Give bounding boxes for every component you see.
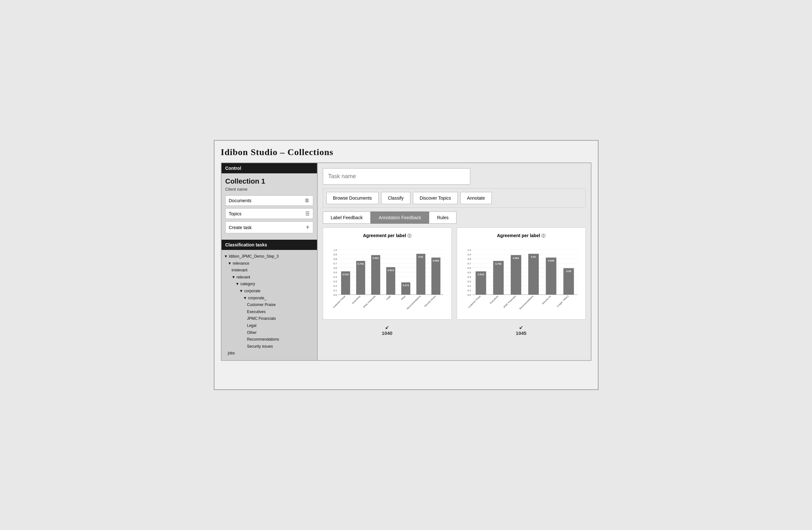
svg-text:0.3: 0.3 <box>333 280 337 283</box>
svg-text:0.91: 0.91 <box>531 255 536 258</box>
svg-text:0.826: 0.826 <box>433 259 439 262</box>
svg-text:0.881: 0.881 <box>512 257 519 260</box>
svg-text:0.2: 0.2 <box>467 284 471 288</box>
feedback-tab-button[interactable]: Annotation Feedback <box>371 211 429 224</box>
main-content: Browse DocumentsClassifyDiscover TopicsA… <box>318 163 591 360</box>
svg-text:Recommendations: Recommendations <box>519 295 534 310</box>
svg-text:Recommendations: Recommendations <box>406 295 421 310</box>
main-tab-button[interactable]: Annotate <box>460 192 492 204</box>
svg-text:0.7: 0.7 <box>467 262 471 265</box>
chart1-container: Agreement per label ⓘ 0.00.10.20.30.40.5… <box>323 227 452 320</box>
create-task-button[interactable]: Create task + <box>226 221 313 233</box>
chart2-svg: 0.00.10.20.30.40.50.60.70.80.91.00.519Cu… <box>462 242 580 313</box>
tree-item[interactable]: ▼ category <box>224 281 315 288</box>
task-name-input[interactable] <box>323 168 470 185</box>
documents-icon: 🗎 <box>305 198 310 204</box>
svg-text:0.752: 0.752 <box>495 262 502 265</box>
create-task-label: Create task <box>229 225 252 230</box>
svg-text:0.1: 0.1 <box>333 289 337 292</box>
svg-text:0.0: 0.0 <box>467 294 471 296</box>
svg-text:0.1: 0.1 <box>467 289 471 292</box>
svg-text:Executives: Executives <box>489 295 498 304</box>
chart2-container: Agreement per label ⓘ 0.00.10.20.30.40.5… <box>457 227 586 320</box>
tree-item[interactable]: Customer Praise <box>224 301 315 309</box>
svg-text:0.91: 0.91 <box>418 255 423 258</box>
collection-title: Collection 1 <box>226 177 313 186</box>
chart2-arrow: ↙ <box>457 325 586 330</box>
svg-text:0.3: 0.3 <box>467 280 471 283</box>
tree-item[interactable]: irrelevant <box>224 267 315 274</box>
svg-text:0.0: 0.0 <box>333 294 337 296</box>
content-area: Control Collection 1 Client name Documen… <box>221 162 592 361</box>
svg-rect-41 <box>431 257 440 295</box>
main-tab-button[interactable]: Discover Topics <box>413 192 458 204</box>
tree-area: ▼ Idibon_JPMC_Demo_Step_3▼ relevanceirre… <box>221 250 317 360</box>
sidebar: Control Collection 1 Client name Documen… <box>221 163 318 360</box>
client-name-label: Client name <box>226 187 313 192</box>
svg-text:JPMC Financials: JPMC Financials <box>503 295 516 308</box>
tree-item[interactable]: Recommendations <box>224 336 315 343</box>
svg-text:0.59: 0.59 <box>566 270 571 273</box>
chart2-number-label: 1045 <box>457 330 586 336</box>
chart1-svg: 0.00.10.20.30.40.50.60.70.80.91.00.519Cu… <box>328 242 446 313</box>
feedback-tab-button[interactable]: Rules <box>429 211 456 224</box>
feedback-tab-button[interactable]: Label Feedback <box>323 211 371 224</box>
svg-text:1.0: 1.0 <box>333 249 337 252</box>
svg-text:0.6: 0.6 <box>333 267 337 269</box>
arrow-label-row: ↙ 1040 ↙ 1045 <box>323 325 586 336</box>
svg-text:0.5: 0.5 <box>333 271 337 274</box>
svg-text:0.9: 0.9 <box>467 253 471 256</box>
tree-item[interactable]: JPMC Financials <box>224 315 315 322</box>
svg-text:0.7: 0.7 <box>333 262 337 265</box>
svg-text:0.4: 0.4 <box>333 276 337 278</box>
classification-tasks-header: Classification tasks <box>221 240 317 250</box>
tree-item[interactable]: ▼ relevant <box>224 274 315 281</box>
svg-text:1.0: 1.0 <box>467 249 471 252</box>
chart2-title-text: Agreement per label <box>497 233 540 238</box>
tree-item[interactable]: jobs <box>224 350 315 357</box>
svg-text:0.2: 0.2 <box>333 284 337 288</box>
svg-text:0.826: 0.826 <box>548 259 554 262</box>
svg-text:0.4: 0.4 <box>467 276 471 278</box>
charts-row: Agreement per label ⓘ 0.00.10.20.30.40.5… <box>323 227 586 320</box>
svg-text:Customer Praise: Customer Praise <box>332 295 346 309</box>
chart1-title-text: Agreement per label <box>363 233 406 238</box>
svg-text:0.519: 0.519 <box>478 273 484 276</box>
collection-area: Collection 1 Client name Documents 🗎 Top… <box>221 173 317 240</box>
svg-rect-38 <box>416 254 425 295</box>
svg-text:Security Iss: Security Iss <box>541 295 552 305</box>
tree-item[interactable]: Executives <box>224 309 315 315</box>
svg-text:0.613: 0.613 <box>388 269 394 272</box>
svg-text:0.5: 0.5 <box>467 271 471 274</box>
tree-item[interactable]: ▼ relevance <box>224 260 315 267</box>
documents-button[interactable]: Documents 🗎 <box>226 195 313 206</box>
tree-item[interactable]: Other <box>224 329 315 337</box>
svg-text:['Legal', 'Other']: ['Legal', 'Other'] <box>556 295 569 308</box>
svg-rect-26 <box>356 261 365 294</box>
chart1-svg-wrapper: 0.00.10.20.30.40.50.60.70.80.91.00.519Cu… <box>328 242 446 314</box>
tree-item[interactable]: ▼ Idibon_JPMC_Demo_Step_3 <box>224 253 315 260</box>
tree-item[interactable]: ▼ corporate <box>224 288 315 295</box>
chart2-info-icon: ⓘ <box>541 234 545 238</box>
chart1-arrow: ↙ <box>323 325 452 330</box>
main-tab-button[interactable]: Classify <box>381 192 410 204</box>
feedback-tabs: Label FeedbackAnnotation FeedbackRules <box>323 211 586 224</box>
chart1-title: Agreement per label ⓘ <box>328 233 446 239</box>
chart1-info-icon: ⓘ <box>407 234 411 238</box>
main-tab-button[interactable]: Browse Documents <box>327 192 379 204</box>
tree-item[interactable]: Security issues <box>224 343 315 350</box>
chart1-number-label: 1040 <box>323 330 452 336</box>
main-container: Idibon Studio – Collections Control Coll… <box>214 140 598 390</box>
svg-text:Other: Other <box>401 295 406 300</box>
svg-rect-29 <box>371 255 380 295</box>
tree-item[interactable]: ▼ corporate_ <box>224 295 315 302</box>
svg-text:0.752: 0.752 <box>358 262 364 265</box>
topics-button[interactable]: Topics ☰ <box>226 208 313 219</box>
svg-text:0.8: 0.8 <box>467 257 471 261</box>
svg-text:0.8: 0.8 <box>333 257 337 261</box>
topics-icon: ☰ <box>305 210 310 217</box>
svg-text:0.274: 0.274 <box>403 284 409 287</box>
tree-item[interactable]: Legal <box>224 322 315 329</box>
svg-text:Customer Praise: Customer Praise <box>467 295 481 309</box>
svg-text:0.881: 0.881 <box>373 257 379 260</box>
